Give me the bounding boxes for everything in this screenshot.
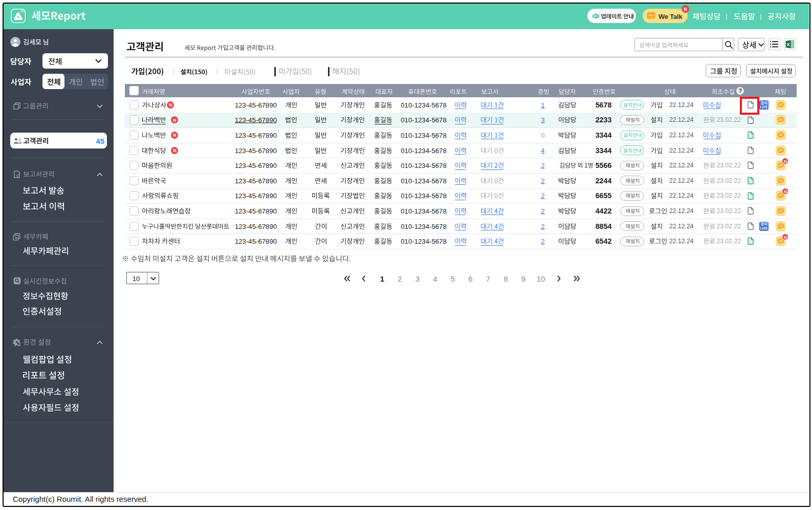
- svg-text:X: X: [786, 41, 790, 47]
